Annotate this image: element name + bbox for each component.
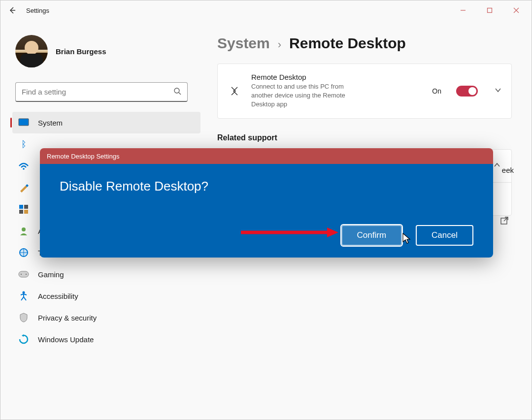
- nav-item-update[interactable]: Windows Update: [12, 328, 200, 350]
- svg-rect-1: [488, 8, 492, 13]
- window-title: Settings: [26, 7, 49, 14]
- nav-label: System: [38, 119, 63, 127]
- remote-desktop-card[interactable]: Remote Desktop Connect to and use this P…: [217, 64, 512, 119]
- external-link-icon[interactable]: [500, 216, 509, 227]
- svg-point-16: [21, 274, 22, 275]
- card-title: Remote Desktop: [251, 73, 422, 81]
- dialog-titlebar: Remote Desktop Settings: [40, 148, 493, 164]
- accessibility-icon: [18, 291, 29, 301]
- profile-name: Brian Burgess: [56, 47, 106, 56]
- globe-clock-icon: [18, 247, 29, 258]
- arrow-left-icon: [8, 6, 16, 14]
- apps-icon: [18, 204, 29, 215]
- svg-line-5: [179, 93, 181, 95]
- nav-label: Gaming: [38, 270, 64, 279]
- nav-item-gaming[interactable]: Gaming: [12, 263, 200, 285]
- nav-item-system[interactable]: System: [12, 112, 200, 133]
- svg-rect-6: [19, 119, 29, 126]
- search-icon: [173, 87, 181, 97]
- cancel-button[interactable]: Cancel: [416, 225, 473, 246]
- minimize-button[interactable]: [452, 2, 474, 18]
- chevron-down-icon[interactable]: [495, 87, 501, 96]
- search-input[interactable]: [22, 88, 173, 96]
- search-box[interactable]: [15, 82, 188, 102]
- svg-point-8: [23, 168, 25, 170]
- game-icon: [18, 269, 29, 280]
- person-icon: [18, 226, 29, 236]
- bluetooth-icon: ᛒ: [18, 139, 29, 150]
- chevron-right-icon: ›: [278, 38, 281, 51]
- svg-rect-15: [19, 271, 29, 277]
- svg-point-17: [26, 274, 27, 275]
- remote-desktop-toggle[interactable]: [456, 86, 478, 97]
- window-controls: [452, 2, 528, 18]
- svg-rect-11: [19, 210, 23, 214]
- nav-label: Windows Update: [38, 335, 94, 344]
- profile[interactable]: Brian Burgess: [0, 35, 202, 82]
- svg-point-13: [22, 227, 26, 231]
- dialog-heading: Disable Remote Desktop?: [60, 179, 473, 194]
- breadcrumb-parent[interactable]: System: [217, 35, 270, 52]
- system-icon: [18, 117, 29, 128]
- disable-remote-desktop-dialog: Remote Desktop Settings Disable Remote D…: [40, 148, 493, 258]
- breadcrumb: System › Remote Desktop: [217, 35, 512, 52]
- related-heading: Related support: [217, 133, 512, 142]
- svg-rect-10: [24, 205, 28, 209]
- nav-label: Privacy & security: [38, 314, 97, 322]
- chevron-up-icon: [494, 162, 500, 170]
- svg-rect-12: [24, 210, 28, 214]
- nav-item-accessibility[interactable]: Accessibility: [12, 285, 200, 307]
- paint-icon: [18, 182, 29, 193]
- svg-rect-9: [19, 205, 23, 209]
- svg-point-18: [23, 291, 25, 294]
- close-button[interactable]: [505, 2, 528, 18]
- nav-label: Accessibility: [38, 292, 78, 300]
- update-icon: [18, 334, 29, 345]
- obscured-text: eek: [502, 166, 514, 174]
- avatar: [15, 35, 48, 67]
- titlebar: Settings: [0, 0, 532, 20]
- dialog-title: Remote Desktop Settings: [47, 153, 119, 160]
- shield-icon: [18, 312, 29, 323]
- back-button[interactable]: [4, 2, 20, 18]
- remote-desktop-icon: [228, 85, 241, 97]
- confirm-button[interactable]: Confirm: [341, 225, 402, 246]
- settings-window: Settings Brian Burgess: [0, 0, 532, 420]
- maximize-button[interactable]: [478, 2, 501, 18]
- wifi-icon: [18, 161, 29, 171]
- toggle-label: On: [432, 87, 441, 95]
- page-title: Remote Desktop: [289, 35, 406, 52]
- nav-item-privacy[interactable]: Privacy & security: [12, 307, 200, 328]
- svg-point-4: [174, 88, 179, 93]
- card-description: Connect to and use this PC from another …: [251, 82, 365, 109]
